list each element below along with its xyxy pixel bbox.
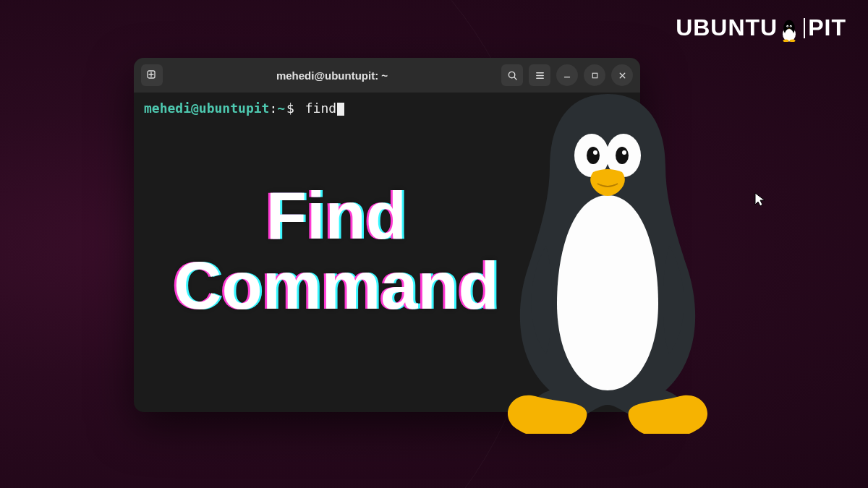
- svg-point-6: [791, 25, 791, 26]
- maximize-icon: [590, 71, 600, 80]
- brand-text-left: UBUNTU: [676, 14, 778, 41]
- tux-mini-icon: [779, 18, 799, 38]
- search-button[interactable]: [501, 64, 523, 86]
- new-tab-button[interactable]: [141, 64, 163, 86]
- prompt-command: find: [305, 100, 336, 116]
- svg-point-2: [785, 29, 793, 40]
- terminal-title: mehedi@ubuntupit: ~: [169, 69, 495, 82]
- headline-line-1: Find: [174, 181, 499, 251]
- svg-point-23: [593, 150, 597, 155]
- headline-line-2: Command: [174, 251, 499, 321]
- close-button[interactable]: [611, 64, 633, 86]
- svg-point-21: [587, 147, 600, 164]
- headline-overlay: Find Command: [174, 181, 499, 320]
- prompt-path: ~: [277, 100, 285, 116]
- svg-line-11: [514, 77, 516, 79]
- hamburger-menu-button[interactable]: [529, 64, 550, 86]
- maximize-button[interactable]: [584, 64, 605, 86]
- hamburger-menu-icon: [535, 70, 545, 81]
- brand-divider: [804, 18, 805, 38]
- svg-point-22: [616, 147, 629, 164]
- brand-logo: UBUNTU PIT: [676, 14, 846, 41]
- prompt-separator: :: [269, 100, 277, 116]
- svg-point-7: [783, 39, 789, 42]
- prompt-user-host: mehedi@ubuntupit: [144, 100, 269, 116]
- prompt-symbol: $: [286, 100, 294, 116]
- tux-penguin-icon: [485, 87, 731, 434]
- mouse-cursor-icon: [754, 192, 767, 211]
- svg-rect-16: [592, 73, 597, 78]
- new-tab-icon: [146, 69, 158, 81]
- svg-point-8: [790, 39, 796, 42]
- close-icon: [618, 71, 627, 80]
- minimize-icon: [562, 70, 572, 80]
- svg-point-5: [788, 25, 788, 26]
- svg-point-24: [622, 150, 626, 155]
- minimize-button[interactable]: [556, 64, 578, 86]
- search-icon: [507, 70, 518, 81]
- text-cursor: [337, 103, 344, 116]
- brand-text-right: PIT: [808, 14, 846, 41]
